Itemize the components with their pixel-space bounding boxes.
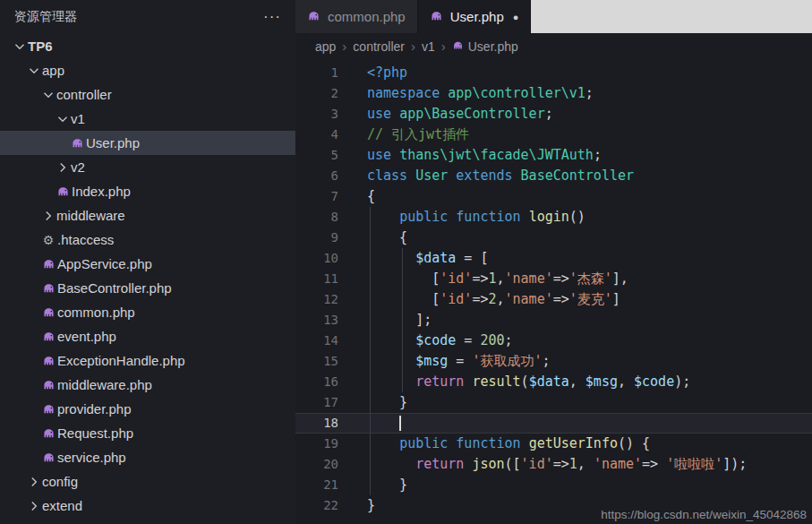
code-editor[interactable]: 1<?php2namespace app\controller\v1;3use … <box>295 59 812 524</box>
code-text: ]; <box>355 310 432 331</box>
tree-folder-middleware[interactable]: middleware <box>0 203 295 228</box>
php-file-icon <box>39 451 57 464</box>
code-text: use app\BaseController; <box>355 104 553 125</box>
code-text: return result($data, $msg, $code); <box>355 372 690 392</box>
code-line-7[interactable]: 7{ <box>295 186 812 207</box>
code-text <box>355 413 401 434</box>
line-number: 1 <box>295 63 355 83</box>
line-number: 21 <box>295 475 355 495</box>
tree-item-label: .htaccess <box>57 232 114 247</box>
php-file-icon <box>39 426 57 440</box>
chevron-right-icon[interactable] <box>54 160 71 175</box>
tree-folder-v1[interactable]: v1 <box>0 107 295 131</box>
chevron-down-icon[interactable] <box>11 39 28 54</box>
explorer-sidebar: 资源管理器 ··· TP6appcontrollerv1User.phpv2In… <box>0 0 295 524</box>
tree-file-User.php[interactable]: User.php <box>0 131 295 155</box>
chevron-down-icon[interactable] <box>54 112 71 126</box>
code-line-3[interactable]: 3use app\BaseController; <box>295 104 812 125</box>
code-line-5[interactable]: 5use thans\jwt\facade\JWTAuth; <box>295 145 812 166</box>
tree-file-common.php[interactable]: common.php <box>0 300 295 324</box>
tree-file-service.php[interactable]: service.php <box>0 445 295 469</box>
breadcrumb-item-v1[interactable]: v1 <box>422 39 435 54</box>
tree-folder-config[interactable]: config <box>0 469 295 494</box>
watermark-url: https://blog.csdn.net/weixin_45042868 <box>601 508 807 521</box>
code-line-16[interactable]: 16 return result($data, $msg, $code); <box>295 372 812 392</box>
breadcrumb-separator-icon: › <box>342 39 346 54</box>
tree-file-ExceptionHandle.php[interactable]: ExceptionHandle.php <box>0 348 295 373</box>
tree-item-label: event.php <box>57 329 116 344</box>
tree-item-label: ExceptionHandle.php <box>57 353 185 368</box>
code-line-8[interactable]: 8 public function login() <box>295 207 812 228</box>
tree-folder-TP6[interactable]: TP6 <box>0 34 295 58</box>
chevron-down-icon[interactable] <box>25 64 42 78</box>
code-line-14[interactable]: 14 $code = 200; <box>295 331 812 351</box>
tree-file-BaseController.php[interactable]: BaseController.php <box>0 276 295 300</box>
vscode-window: 资源管理器 ··· TP6appcontrollerv1User.phpv2In… <box>0 0 812 524</box>
line-number: 18 <box>295 413 355 434</box>
tree-file-provider.php[interactable]: provider.php <box>0 397 295 421</box>
code-line-19[interactable]: 19 public function getUserInfo() { <box>295 434 812 454</box>
code-line-6[interactable]: 6class User extends BaseController <box>295 166 812 186</box>
code-line-2[interactable]: 2namespace app\controller\v1; <box>295 83 812 104</box>
tree-folder-app[interactable]: app <box>0 58 295 82</box>
tree-item-label: config <box>42 474 78 489</box>
chevron-right-icon[interactable] <box>25 499 42 513</box>
code-text: } <box>355 475 407 495</box>
breadcrumb-label: controller <box>353 39 405 54</box>
tree-file-AppService.php[interactable]: AppService.php <box>0 252 295 276</box>
chevron-right-icon[interactable] <box>39 209 56 223</box>
php-file-icon <box>39 354 57 367</box>
line-number: 16 <box>295 372 355 392</box>
code-line-11[interactable]: 11 ['id'=>1,'name'=>'杰森'], <box>295 269 812 289</box>
tree-file-.htaccess[interactable]: ⚙.htaccess <box>0 228 295 252</box>
php-file-icon <box>68 136 86 150</box>
more-actions-icon[interactable]: ··· <box>263 13 281 21</box>
tree-file-middleware.php[interactable]: middleware.php <box>0 373 295 397</box>
code-text: } <box>355 495 375 516</box>
line-number: 20 <box>295 454 355 475</box>
tree-folder-extend[interactable]: extend <box>0 494 295 518</box>
tab-User.php[interactable]: User.php● <box>418 0 532 33</box>
tree-item-label: extend <box>42 498 82 513</box>
code-line-17[interactable]: 17 } <box>295 392 812 413</box>
tree-file-Request.php[interactable]: Request.php <box>0 421 295 445</box>
gear-icon: ⚙ <box>39 233 57 247</box>
chevron-down-icon[interactable] <box>39 88 56 102</box>
code-line-12[interactable]: 12 ['id'=>2,'name'=>'麦克'] <box>295 289 812 310</box>
line-number: 5 <box>295 145 355 166</box>
code-line-10[interactable]: 10 $data = [ <box>295 248 812 269</box>
tree-folder-controller[interactable]: controller <box>0 82 295 107</box>
chevron-right-icon[interactable] <box>25 475 42 489</box>
line-number: 2 <box>295 83 355 104</box>
breadcrumb-item-User.php[interactable]: User.php <box>452 39 518 54</box>
php-file-icon <box>39 330 57 343</box>
code-line-20[interactable]: 20 return json(['id'=>1, 'name'=> '啦啦啦']… <box>295 454 812 475</box>
code-line-18[interactable]: 18 <box>295 413 812 434</box>
code-line-15[interactable]: 15 $msg = '获取成功'; <box>295 351 812 372</box>
breadcrumb-label: v1 <box>422 39 435 54</box>
tree-item-label: provider.php <box>57 401 132 417</box>
php-file-icon <box>39 257 57 271</box>
tree-item-label: AppService.php <box>57 256 152 271</box>
code-text: public function login() <box>355 207 585 228</box>
code-line-13[interactable]: 13 ]; <box>295 310 812 331</box>
tab-common.php[interactable]: common.php <box>295 0 418 33</box>
explorer-header: 资源管理器 ··· <box>0 0 295 34</box>
bracket-guide-outer <box>370 207 371 495</box>
code-line-4[interactable]: 4// 引入jwt插件 <box>295 125 812 145</box>
code-line-21[interactable]: 21 } <box>295 475 812 495</box>
breadcrumb-item-app[interactable]: app <box>315 39 336 54</box>
code-line-9[interactable]: 9 { <box>295 228 812 248</box>
dirty-indicator-icon[interactable]: ● <box>513 12 519 22</box>
code-line-1[interactable]: 1<?php <box>295 63 812 83</box>
tree-item-label: TP6 <box>28 39 53 54</box>
tree-folder-v2[interactable]: v2 <box>0 155 295 179</box>
tree-item-label: middleware <box>56 208 125 223</box>
tree-file-event.php[interactable]: event.php <box>0 324 295 348</box>
tree-item-label: controller <box>56 87 112 102</box>
code-text: $code = 200; <box>355 331 513 351</box>
php-file-icon <box>452 39 464 54</box>
breadcrumb-item-controller[interactable]: controller <box>353 39 405 54</box>
tree-file-Index.php[interactable]: Index.php <box>0 179 295 203</box>
php-file-icon <box>39 281 57 295</box>
